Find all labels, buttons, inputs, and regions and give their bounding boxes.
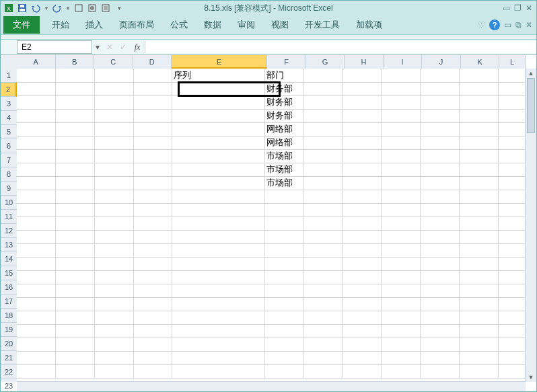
row-header-4[interactable]: 4 <box>1 111 17 125</box>
col-header-D[interactable]: D <box>133 55 172 69</box>
cell-H12[interactable] <box>343 217 382 231</box>
cell-G13[interactable] <box>303 230 343 244</box>
cell-F7[interactable]: 市场部 <box>265 149 304 163</box>
select-all-corner[interactable] <box>1 55 17 69</box>
cell-H9[interactable] <box>343 176 382 190</box>
cell-B3[interactable] <box>56 95 95 110</box>
cell-A6[interactable] <box>17 136 56 150</box>
name-box-dropdown-icon[interactable]: ▾ <box>92 42 103 52</box>
cell-H22[interactable] <box>343 351 382 365</box>
cell-B2[interactable] <box>56 82 95 96</box>
cell-A10[interactable] <box>17 190 56 204</box>
cell-H13[interactable] <box>343 230 382 244</box>
save-icon[interactable] <box>17 3 28 13</box>
cell-C5[interactable] <box>95 122 134 136</box>
cell-H2[interactable] <box>343 82 382 96</box>
cell-C3[interactable] <box>95 95 134 110</box>
cell-F21[interactable] <box>265 338 304 352</box>
cell-K1[interactable] <box>460 69 499 83</box>
cell-B21[interactable] <box>56 338 95 352</box>
cells-area[interactable]: 序列部门财务部财务部财务部网络部网络部市场部市场部市场部 <box>17 69 526 382</box>
ribbon-close-icon[interactable]: ✕ <box>526 20 532 30</box>
cell-G6[interactable] <box>303 136 343 150</box>
cell-I1[interactable] <box>382 69 421 83</box>
cell-C12[interactable] <box>95 217 134 231</box>
cell-K2[interactable] <box>460 82 499 96</box>
cell-G1[interactable] <box>303 69 343 83</box>
cell-I13[interactable] <box>382 230 421 244</box>
cell-A1[interactable] <box>17 69 56 83</box>
cell-B17[interactable] <box>56 284 95 298</box>
cell-F18[interactable] <box>265 297 304 311</box>
cell-J10[interactable] <box>421 190 460 204</box>
cell-F16[interactable] <box>265 270 304 284</box>
cell-L8[interactable] <box>499 163 526 177</box>
scroll-down-icon[interactable]: ▼ <box>526 373 536 382</box>
cell-H19[interactable] <box>343 311 382 325</box>
row-header-21[interactable]: 21 <box>1 351 17 365</box>
close-icon[interactable]: ✕ <box>526 3 532 13</box>
cell-D8[interactable] <box>134 163 173 177</box>
vertical-scrollbar[interactable]: ▲ ▼ <box>525 69 536 382</box>
cell-K16[interactable] <box>460 270 499 284</box>
ribbon-minimize-icon[interactable]: ▭ <box>504 20 511 30</box>
cell-E22[interactable] <box>172 351 264 365</box>
cell-F8[interactable]: 市场部 <box>265 163 304 177</box>
cell-E16[interactable] <box>172 270 264 284</box>
cell-I20[interactable] <box>382 324 421 338</box>
file-tab[interactable]: 文件 <box>3 16 40 34</box>
row-header-2[interactable]: 2 <box>1 83 17 97</box>
cell-D12[interactable] <box>134 217 173 231</box>
cell-J5[interactable] <box>421 122 460 136</box>
undo-dropdown-icon[interactable]: ▾ <box>44 3 49 13</box>
cell-K22[interactable] <box>460 351 499 365</box>
cell-I3[interactable] <box>382 95 421 110</box>
cell-D2[interactable] <box>134 82 173 96</box>
cell-D20[interactable] <box>134 324 173 338</box>
cell-K5[interactable] <box>460 122 499 136</box>
cell-F4[interactable]: 财务部 <box>265 109 304 123</box>
cell-B8[interactable] <box>56 163 95 177</box>
cell-E1[interactable]: 序列 <box>172 69 264 83</box>
cell-C13[interactable] <box>95 230 134 244</box>
cell-L21[interactable] <box>499 338 526 352</box>
cell-F6[interactable]: 网络部 <box>265 136 304 150</box>
cell-G14[interactable] <box>303 243 343 258</box>
cell-E9[interactable] <box>172 176 264 190</box>
cell-I4[interactable] <box>382 109 421 123</box>
scroll-up-icon[interactable]: ▲ <box>526 69 536 78</box>
cell-L23[interactable] <box>499 364 526 379</box>
cell-J8[interactable] <box>421 163 460 177</box>
cell-L14[interactable] <box>499 243 526 258</box>
cell-J20[interactable] <box>421 324 460 338</box>
cell-A23[interactable] <box>17 364 56 379</box>
maximize-icon[interactable]: ❐ <box>514 3 522 13</box>
cell-K8[interactable] <box>460 163 499 177</box>
cell-H5[interactable] <box>343 122 382 136</box>
cell-J12[interactable] <box>421 217 460 231</box>
cell-D4[interactable] <box>134 109 173 123</box>
cell-H7[interactable] <box>343 149 382 163</box>
cell-K12[interactable] <box>460 217 499 231</box>
cell-B18[interactable] <box>56 297 95 311</box>
cell-E11[interactable] <box>172 203 264 217</box>
cell-K13[interactable] <box>460 230 499 244</box>
cell-G21[interactable] <box>303 338 343 352</box>
row-header-14[interactable]: 14 <box>1 252 17 266</box>
cell-H4[interactable] <box>343 109 382 123</box>
cell-L4[interactable] <box>499 109 526 123</box>
cell-F9[interactable]: 市场部 <box>265 176 304 190</box>
cell-F1[interactable]: 部门 <box>265 69 304 83</box>
cell-L12[interactable] <box>499 217 526 231</box>
cell-A20[interactable] <box>17 324 56 338</box>
cell-L16[interactable] <box>499 270 526 284</box>
cell-C14[interactable] <box>95 243 134 258</box>
cell-F13[interactable] <box>265 230 304 244</box>
cell-J13[interactable] <box>421 230 460 244</box>
cell-H15[interactable] <box>343 257 382 271</box>
cell-J23[interactable] <box>421 364 460 379</box>
cell-H8[interactable] <box>343 163 382 177</box>
cell-E3[interactable] <box>172 95 264 110</box>
cell-D23[interactable] <box>134 364 173 379</box>
cell-I12[interactable] <box>382 217 421 231</box>
